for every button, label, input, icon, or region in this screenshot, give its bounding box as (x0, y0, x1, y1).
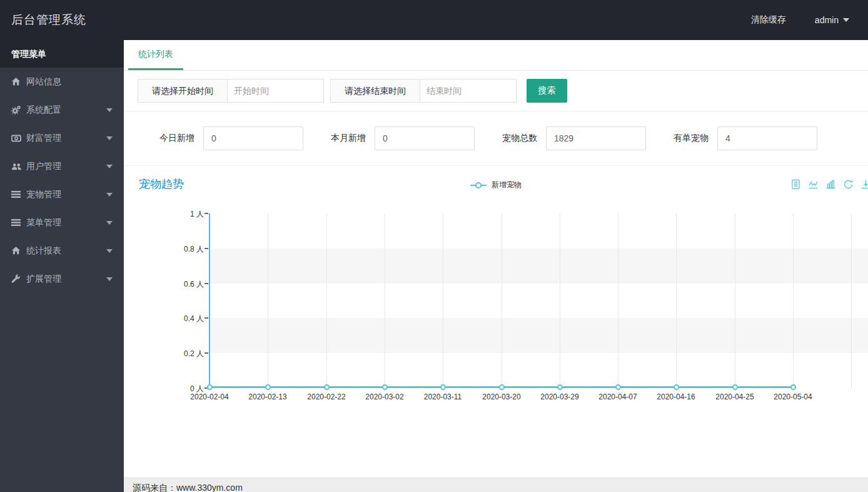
user-menu[interactable]: admin (815, 15, 849, 25)
bar-chart-icon[interactable] (825, 179, 836, 192)
y-axis-tick (204, 352, 208, 354)
stat-group-3: 宠物总数 (502, 126, 646, 150)
chart-band (209, 213, 868, 249)
chevron-down-icon (106, 249, 113, 253)
start-time-input[interactable] (227, 79, 324, 103)
sidebar-item-7[interactable]: 统计报表 (0, 237, 124, 265)
x-axis-label: 2020-04-07 (590, 392, 646, 401)
app-title: 后台管理系统 (11, 12, 86, 28)
tab-statistics-list[interactable]: 统计列表 (128, 40, 183, 70)
sidebar-item-label: 系统配置 (26, 105, 61, 116)
filter-row: 请选择开始时间 请选择结束时间 搜索 (124, 71, 868, 111)
sidebar-item-1[interactable]: 网站信息 (0, 68, 124, 96)
sidebar-item-5[interactable]: 宠物管理 (0, 180, 124, 208)
data-point[interactable] (615, 384, 621, 390)
chart-section: 宠物趋势 新增宠物 1 人0.8 人0.6 人0.4 人0.2 人0 人2020… (124, 166, 868, 477)
x-axis-label: 2020-02-22 (298, 392, 355, 401)
end-time-group: 请选择结束时间 (330, 79, 517, 103)
y-axis-label: 0.4 人 (166, 314, 204, 324)
footer: 源码来自：www.330ym.com (124, 477, 868, 492)
y-axis-label: 0.8 人 (166, 244, 204, 255)
sidebar-item-label: 网站信息 (26, 76, 61, 88)
data-view-icon[interactable] (790, 179, 801, 192)
x-axis-label: 2020-02-13 (240, 392, 296, 401)
data-point[interactable] (265, 384, 271, 390)
list-icon (11, 190, 26, 198)
data-point[interactable] (324, 384, 330, 390)
stats-row: 今日新增本月新增宠物总数有单宠物 (124, 111, 868, 166)
tab-bar: 统计列表 (124, 40, 868, 71)
wrench-icon (11, 274, 26, 284)
y-axis-line (209, 213, 210, 389)
home-icon (11, 77, 26, 86)
stat-value-input[interactable] (546, 126, 646, 150)
stat-label: 本月新增 (331, 133, 366, 144)
chart-band (209, 353, 868, 388)
chart-gridline (793, 213, 794, 388)
data-point[interactable] (207, 384, 213, 390)
list-icon (11, 218, 26, 227)
chart-gridline (502, 213, 502, 388)
start-time-group: 请选择开始时间 (138, 79, 324, 103)
x-axis-label: 2020-03-20 (473, 392, 530, 401)
data-point[interactable] (790, 384, 796, 390)
footer-source-text: 源码来自：www.330ym.com (133, 483, 868, 492)
x-axis-label: 2020-03-02 (356, 392, 413, 401)
chevron-down-icon (106, 193, 113, 197)
data-point[interactable] (499, 384, 505, 390)
chart-band (209, 284, 868, 319)
chevron-down-icon (106, 221, 113, 225)
chevron-down-icon (106, 277, 113, 281)
chart-band (209, 249, 868, 284)
download-icon[interactable] (860, 179, 868, 192)
sidebar-item-label: 扩展管理 (26, 274, 61, 285)
chart-gridline (326, 213, 327, 388)
legend-line-marker-icon[interactable] (470, 182, 487, 188)
chart-gridline (560, 213, 560, 388)
sidebar-menu: 网站信息系统配置财富管理用户管理宠物管理菜单管理统计报表扩展管理 (0, 68, 124, 293)
clear-cache-button[interactable]: 清除缓存 (751, 14, 786, 26)
top-header: 后台管理系统 清除缓存 admin (0, 0, 868, 40)
sidebar-menu-title: 管理菜单 (0, 40, 124, 68)
chart-gridline (268, 213, 268, 388)
data-point[interactable] (674, 384, 679, 390)
sidebar-item-4[interactable]: 用户管理 (0, 152, 124, 180)
y-axis-tick (204, 248, 208, 249)
stat-label: 今日新增 (159, 133, 194, 144)
chart-gridline (385, 213, 385, 388)
stat-value-input[interactable] (203, 126, 303, 150)
search-button[interactable]: 搜索 (527, 79, 567, 103)
data-point[interactable] (557, 384, 563, 390)
data-point[interactable] (732, 384, 738, 390)
sidebar: 管理菜单 网站信息系统配置财富管理用户管理宠物管理菜单管理统计报表扩展管理 (0, 40, 124, 492)
restore-icon[interactable] (843, 179, 854, 192)
stat-value-input[interactable] (375, 126, 475, 150)
sidebar-item-label: 宠物管理 (26, 189, 61, 200)
sidebar-item-3[interactable]: 财富管理 (0, 124, 124, 152)
sidebar-item-8[interactable]: 扩展管理 (0, 265, 124, 293)
y-axis-tick (204, 283, 208, 284)
stat-group-4: 有单宠物 (674, 126, 817, 150)
stat-label: 宠物总数 (502, 133, 537, 144)
sidebar-item-2[interactable]: 系统配置 (0, 96, 124, 124)
data-point[interactable] (440, 384, 446, 390)
sidebar-item-6[interactable]: 菜单管理 (0, 208, 124, 237)
start-time-label[interactable]: 请选择开始时间 (138, 79, 227, 103)
sidebar-item-label: 财富管理 (26, 133, 61, 144)
stat-value-input[interactable] (717, 126, 817, 150)
data-point[interactable] (382, 384, 388, 390)
x-axis-label: 2020-05-04 (765, 392, 821, 401)
chart-gridline (676, 213, 677, 388)
chevron-down-icon (106, 165, 113, 168)
end-time-label[interactable]: 请选择结束时间 (330, 79, 420, 103)
y-axis-tick (204, 213, 208, 214)
y-axis-label: 1 人 (166, 209, 204, 220)
stat-group-2: 本月新增 (331, 126, 475, 150)
x-axis-label: 2020-02-04 (181, 392, 238, 401)
chart-legend: 新增宠物 (124, 180, 868, 190)
legend-label[interactable]: 新增宠物 (492, 180, 522, 190)
chart-gridline (618, 213, 618, 388)
money-icon (11, 134, 26, 143)
end-time-input[interactable] (420, 79, 517, 103)
line-chart-icon[interactable] (808, 179, 819, 192)
